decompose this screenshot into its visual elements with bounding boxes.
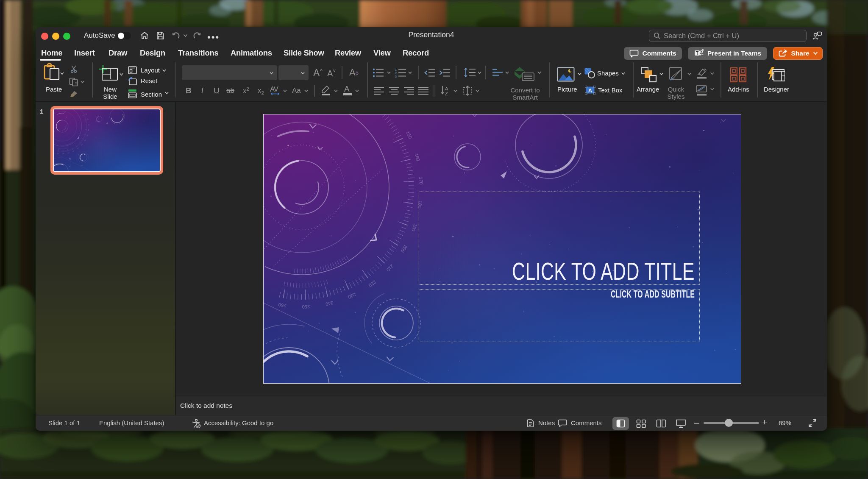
svg-text:3: 3 bbox=[395, 75, 397, 78]
svg-text:T: T bbox=[696, 50, 699, 55]
svg-text:1: 1 bbox=[395, 68, 397, 71]
svg-text:Z: Z bbox=[445, 91, 448, 96]
svg-text:2: 2 bbox=[395, 72, 397, 75]
svg-text:A: A bbox=[445, 86, 448, 91]
svg-text:A: A bbox=[588, 87, 593, 94]
